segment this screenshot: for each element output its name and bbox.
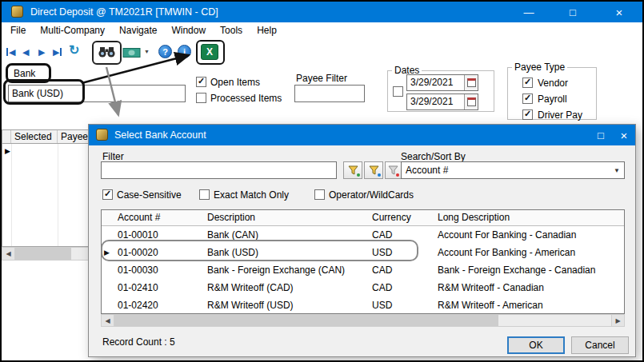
case-sensitive-checkbox[interactable]: ✓ [102, 189, 113, 200]
wildcards-checkbox[interactable] [314, 189, 325, 200]
menu-file[interactable]: File [3, 22, 33, 38]
payment-button[interactable] [122, 46, 141, 61]
table-header-row: Account # Description Currency Long Desc… [102, 210, 624, 226]
cell-long-description: Bank - Foreign Exchange - Canadian [434, 262, 624, 279]
last-record-button[interactable]: ▶ [53, 45, 62, 59]
payee-filter-input[interactable] [294, 85, 365, 102]
cash-icon [122, 46, 141, 58]
search-sort-combobox[interactable]: Account # ▼ [401, 161, 625, 179]
date-from-field[interactable]: 3/29/2021 [406, 74, 478, 91]
exact-match-label: Exact Match Only [214, 189, 289, 201]
column-header-long-description[interactable]: Long Description [434, 209, 624, 226]
payee-type-group-label: Payee Type [512, 62, 567, 73]
cell-currency: CAD [368, 262, 434, 279]
cell-account: 01-02420 [114, 297, 203, 314]
menu-help[interactable]: Help [250, 22, 284, 38]
vendor-checkbox[interactable]: ✓ [522, 78, 533, 88]
filter-edit-button[interactable] [364, 161, 383, 179]
close-icon: × [616, 6, 623, 19]
menu-multi-company[interactable]: Multi-Company [33, 22, 112, 38]
next-record-button[interactable]: ▶ [38, 45, 45, 59]
minimize-button[interactable]: — [508, 2, 550, 22]
bank-search-button[interactable] [98, 46, 116, 60]
processed-items-checkbox[interactable] [196, 93, 206, 103]
scroll-right-button[interactable]: ▶ [611, 315, 624, 326]
payee-type-group: Payee Type ✓ Vendor ✓ Payroll ✓ Driver P… [507, 67, 597, 120]
scrollbar-thumb[interactable] [15, 248, 71, 260]
cell-description: Bank - Foreign Exchange (CAN) [203, 262, 368, 279]
calendar-icon [467, 97, 476, 106]
cell-account: 01-02410 [114, 280, 203, 296]
exact-match-checkbox[interactable] [199, 189, 210, 200]
search-sort-label: Search/Sort By [401, 151, 466, 162]
last-record-icon: ▶ [53, 47, 59, 58]
record-count: Record Count : 5 [102, 336, 175, 348]
payment-dropdown-button[interactable]: ▼ [144, 49, 150, 54]
cell-currency: USD [368, 297, 434, 314]
filter-clear-button[interactable] [385, 161, 402, 179]
excel-icon: X [206, 46, 213, 58]
funnel-accent-green [357, 173, 360, 177]
dates-checkbox[interactable] [393, 86, 403, 97]
check-icon: ✓ [524, 93, 531, 102]
export-excel-button[interactable]: X [201, 44, 218, 60]
dialog-titlebar: Select Bank Account □ × [89, 125, 635, 145]
cell-account: 01-00030 [114, 262, 203, 279]
prior-record-button[interactable]: ◀ [22, 45, 29, 59]
date-to-picker-button[interactable] [464, 94, 478, 109]
scroll-left-icon: ◀ [105, 317, 110, 324]
table-row[interactable]: 01-00030 Bank - Foreign Exchange (CAN) C… [102, 261, 624, 279]
menu-tools[interactable]: Tools [213, 22, 250, 38]
first-record-button[interactable]: ◀ [6, 45, 15, 59]
payee-filter-label: Payee Filter [296, 73, 347, 84]
menu-window[interactable]: Window [164, 22, 213, 38]
bank-label: Bank [14, 68, 35, 79]
ok-button[interactable]: OK [507, 336, 565, 354]
date-from-value: 3/29/2021 [407, 75, 464, 90]
maximize-icon: □ [598, 129, 604, 141]
filter-search-button[interactable] [343, 161, 362, 179]
cancel-button[interactable]: Cancel [571, 336, 629, 354]
menu-navigate[interactable]: Navigate [112, 22, 164, 38]
help-button[interactable]: ? [158, 45, 172, 58]
dialog-close-button[interactable]: × [613, 125, 635, 145]
bank-input-value: Bank (USD) [12, 88, 63, 99]
refresh-icon: ↻ [69, 43, 79, 57]
maximize-button[interactable]: □ [552, 2, 594, 22]
close-icon: × [621, 129, 628, 142]
table-hscrollbar[interactable]: ◀ ▶ [101, 314, 625, 327]
filter-input[interactable] [101, 161, 337, 179]
dialog-maximize-button[interactable]: □ [590, 125, 612, 145]
driver-pay-checkbox[interactable]: ✓ [522, 109, 533, 120]
cell-long-description: Account For Banking - Canadian [434, 227, 624, 244]
date-to-value: 3/29/2021 [407, 94, 464, 109]
table-row[interactable]: 01-00010 Bank (CAN) CAD Account For Bank… [102, 226, 624, 244]
bank-accounts-table: Account # Description Currency Long Desc… [101, 209, 625, 314]
column-header-currency[interactable]: Currency [368, 209, 434, 226]
scroll-left-icon: ◀ [6, 250, 10, 257]
scroll-left-button[interactable]: ◀ [102, 315, 114, 326]
open-items-checkbox[interactable]: ✓ [196, 77, 206, 87]
payroll-checkbox[interactable]: ✓ [522, 93, 533, 104]
date-from-picker-button[interactable] [464, 75, 478, 90]
table-row[interactable]: 01-02410 R&M Writeoff (CAD) CAD R&M Writ… [102, 279, 624, 296]
scroll-left-button[interactable]: ◀ [2, 248, 15, 260]
column-header-account[interactable]: Account # [114, 209, 203, 226]
scrollbar-thumb[interactable] [114, 315, 498, 326]
check-icon: ✓ [524, 78, 531, 86]
case-sensitive-label: Case-Sensitive [117, 189, 182, 201]
cell-description: Bank (USD) [203, 245, 368, 261]
refresh-button[interactable]: ↻ [69, 42, 79, 58]
table-row[interactable]: 01-02420 R&M Writeoff (USD) USD R&M Writ… [102, 296, 624, 314]
table-row-selected[interactable]: ▶ 01-00020 Bank (USD) USD Account For Ba… [102, 244, 624, 261]
select-bank-account-dialog: Select Bank Account □ × Filter Search/So… [88, 124, 636, 357]
date-to-field[interactable]: 3/29/2021 [406, 93, 478, 110]
about-button[interactable]: i [178, 45, 191, 58]
bank-input[interactable]: Bank (USD) [8, 85, 186, 102]
payroll-label: Payroll [538, 93, 567, 105]
column-header-description[interactable]: Description [203, 209, 368, 226]
open-items-label: Open Items [210, 77, 260, 88]
app-icon [11, 6, 23, 18]
grid-header-selected[interactable]: Selected [11, 130, 58, 143]
close-button[interactable]: × [596, 2, 642, 22]
